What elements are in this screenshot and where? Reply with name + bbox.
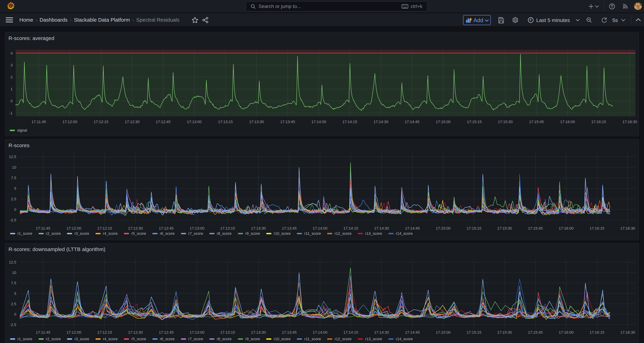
- svg-text:17:15:15: 17:15:15: [466, 330, 482, 334]
- svg-text:17:15:00: 17:15:00: [436, 120, 450, 124]
- svg-text:10: 10: [12, 270, 16, 275]
- svg-text:17:14:45: 17:14:45: [405, 330, 420, 334]
- svg-text:17:16:30: 17:16:30: [622, 120, 637, 124]
- svg-text:2.5: 2.5: [11, 302, 16, 306]
- svg-text:17:16:30: 17:16:30: [620, 226, 635, 230]
- svg-text:17:12:30: 17:12:30: [128, 226, 143, 230]
- svg-text:17:13:30: 17:13:30: [251, 226, 266, 230]
- svg-text:17:12:30: 17:12:30: [125, 120, 140, 124]
- svg-text:17:11:45: 17:11:45: [36, 330, 50, 334]
- svg-text:7.5: 7.5: [11, 176, 16, 180]
- svg-text:17:15:45: 17:15:45: [528, 330, 543, 334]
- svg-text:17:13:00: 17:13:00: [190, 226, 204, 230]
- svg-text:0: 0: [14, 312, 16, 316]
- svg-text:17:14:30: 17:14:30: [374, 226, 389, 230]
- svg-text:17:12:15: 17:12:15: [97, 226, 112, 230]
- svg-text:0: 0: [14, 207, 16, 212]
- svg-text:17:14:00: 17:14:00: [312, 226, 328, 230]
- svg-text:5: 5: [14, 186, 16, 191]
- svg-text:-2.5: -2.5: [10, 322, 16, 327]
- svg-text:17:16:15: 17:16:15: [590, 330, 604, 334]
- svg-text:5: 5: [14, 291, 16, 296]
- svg-text:17:12:00: 17:12:00: [62, 120, 77, 124]
- svg-text:17:13:00: 17:13:00: [190, 330, 204, 334]
- svg-text:17:15:45: 17:15:45: [529, 120, 544, 124]
- svg-text:-1: -1: [9, 111, 13, 115]
- svg-text:7.5: 7.5: [11, 281, 16, 285]
- svg-text:17:12:45: 17:12:45: [156, 120, 170, 124]
- svg-text:17:15:00: 17:15:00: [436, 330, 450, 334]
- svg-text:17:11:45: 17:11:45: [32, 120, 46, 124]
- svg-text:17:13:45: 17:13:45: [280, 120, 295, 124]
- svg-text:17:14:00: 17:14:00: [311, 120, 326, 124]
- svg-text:17:13:45: 17:13:45: [282, 330, 297, 334]
- svg-text:17:15:30: 17:15:30: [497, 330, 512, 334]
- svg-text:17:12:15: 17:12:15: [97, 330, 112, 334]
- svg-text:17:14:45: 17:14:45: [405, 226, 420, 230]
- svg-text:17:13:00: 17:13:00: [187, 120, 202, 124]
- svg-text:17:14:15: 17:14:15: [342, 120, 357, 124]
- svg-text:17:14:15: 17:14:15: [343, 330, 358, 334]
- svg-text:0: 0: [10, 99, 13, 103]
- svg-text:1: 1: [10, 87, 13, 91]
- svg-text:17:15:45: 17:15:45: [528, 226, 543, 230]
- svg-text:17:15:30: 17:15:30: [497, 226, 512, 230]
- svg-text:17:16:00: 17:16:00: [560, 120, 575, 124]
- svg-text:17:16:15: 17:16:15: [590, 226, 604, 230]
- svg-text:17:13:30: 17:13:30: [249, 120, 264, 124]
- svg-text:17:14:15: 17:14:15: [343, 226, 358, 230]
- svg-text:2.5: 2.5: [11, 197, 16, 201]
- svg-text:17:12:45: 17:12:45: [159, 226, 174, 230]
- svg-text:2: 2: [10, 75, 13, 79]
- svg-text:17:14:45: 17:14:45: [404, 120, 420, 124]
- svg-text:-2.5: -2.5: [10, 218, 16, 222]
- svg-text:17:13:30: 17:13:30: [251, 330, 266, 334]
- svg-text:17:15:30: 17:15:30: [498, 120, 513, 124]
- svg-text:17:13:15: 17:13:15: [220, 226, 235, 230]
- svg-text:12.5: 12.5: [9, 155, 16, 159]
- svg-text:17:11:45: 17:11:45: [36, 226, 50, 230]
- svg-text:17:15:15: 17:15:15: [467, 120, 482, 124]
- svg-text:17:14:00: 17:14:00: [312, 330, 328, 334]
- svg-text:17:16:30: 17:16:30: [620, 330, 635, 334]
- svg-text:10: 10: [12, 165, 16, 170]
- svg-text:17:14:30: 17:14:30: [374, 120, 388, 124]
- svg-text:17:13:15: 17:13:15: [220, 330, 235, 334]
- svg-text:17:13:45: 17:13:45: [282, 226, 297, 230]
- svg-text:17:12:30: 17:12:30: [128, 330, 143, 334]
- svg-text:3: 3: [10, 63, 13, 67]
- svg-text:17:16:00: 17:16:00: [559, 226, 574, 230]
- svg-text:17:12:15: 17:12:15: [94, 120, 108, 124]
- svg-text:17:12:45: 17:12:45: [159, 330, 174, 334]
- svg-text:17:16:00: 17:16:00: [559, 330, 574, 334]
- svg-text:17:13:15: 17:13:15: [218, 120, 233, 124]
- svg-text:17:16:15: 17:16:15: [591, 120, 606, 124]
- svg-text:17:14:30: 17:14:30: [374, 330, 389, 334]
- svg-text:17:15:15: 17:15:15: [466, 226, 482, 230]
- svg-text:17:15:00: 17:15:00: [436, 226, 450, 230]
- svg-text:17:12:00: 17:12:00: [66, 330, 81, 334]
- svg-text:17:12:00: 17:12:00: [66, 226, 81, 230]
- svg-text:4: 4: [10, 51, 13, 55]
- svg-text:12.5: 12.5: [9, 260, 16, 264]
